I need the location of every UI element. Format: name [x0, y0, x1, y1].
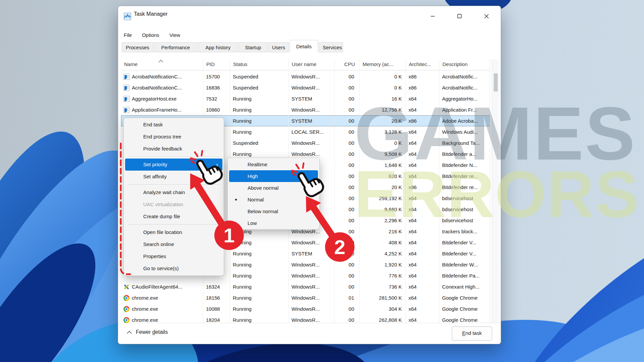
menu-options[interactable]: Options	[142, 32, 159, 38]
table-row[interactable]: chrome.exe10088RunningWindowsR...00304 K…	[121, 303, 490, 314]
cell-text: 4,252 K	[384, 251, 402, 256]
menu-item-set-affinity[interactable]: Set affinity	[124, 171, 224, 183]
radio-bullet-icon: ●	[235, 194, 237, 205]
tab-processes[interactable]: Processes	[122, 42, 153, 52]
cell-text: WindowsR...	[291, 262, 320, 267]
close-button[interactable]	[479, 9, 494, 23]
menu-item-open-file-location[interactable]: Open file location	[124, 226, 224, 238]
menu-item-provide-feedback[interactable]: Provide feedback	[124, 143, 224, 155]
tools-icon	[123, 284, 129, 290]
cell-text: LOCAL SER...	[291, 129, 324, 135]
table-row[interactable]: AcrobatNotificationC...16836SuspendedWin…	[121, 82, 490, 93]
cell-text: Running	[233, 107, 252, 113]
minimize-button[interactable]	[425, 9, 440, 23]
cell-text: AggregatorHost.exe	[132, 96, 176, 102]
cell-text: x64	[409, 140, 417, 146]
tab-details[interactable]: Details	[290, 40, 318, 52]
cell-text: x64	[409, 284, 417, 290]
table-row[interactable]: ApplicationFrameHo...10860RunningWindows…	[121, 104, 490, 115]
menu-item-above-normal[interactable]: Above normal	[228, 182, 319, 194]
cell-text: Bitdefender V...	[442, 251, 476, 256]
cell-text: Bitdefender re...	[442, 184, 478, 190]
cell-text: x64	[409, 96, 417, 102]
tab-services[interactable]: Services	[319, 42, 343, 52]
table-row[interactable]: chrome.exe18156RunningWindowsR...01281,5…	[121, 292, 490, 303]
menu-item-realtime[interactable]: Realtime	[228, 159, 319, 170]
column-header-status[interactable]: Status	[230, 59, 289, 70]
cell-text: AcrobatNotific...	[442, 85, 478, 90]
menu-item-end-task[interactable]: End task	[124, 119, 224, 131]
menu-item-label: Below normal	[248, 208, 278, 214]
menu-item-analyze-wait-chain[interactable]: Analyze wait chain	[124, 186, 224, 198]
cell-text: Bitdefender W...	[442, 262, 478, 267]
menu-item-label: End process tree	[143, 134, 181, 139]
column-header-description[interactable]: Description	[439, 59, 490, 70]
fewer-details-toggle[interactable]: Fewer details	[127, 329, 168, 335]
cell-text: WindowsR...	[291, 317, 320, 323]
menu-item-label: Provide feedback	[143, 146, 182, 152]
cell-text: 10860	[206, 107, 220, 113]
chrome-icon	[123, 295, 129, 301]
tab-performance[interactable]: Performance	[154, 42, 197, 52]
table-right-border	[490, 59, 490, 323]
cell-text: Bitdefender re...	[442, 173, 478, 179]
cell-text: 3,128 K	[384, 129, 402, 135]
table-row[interactable]: AggregatorHost.exe7532RunningSYSTEM0016 …	[121, 93, 490, 104]
menu-item-create-dump-file[interactable]: Create dump file	[124, 210, 224, 223]
cell-text: 1,920 K	[384, 262, 402, 267]
tab-users[interactable]: Users	[268, 42, 289, 52]
cell-text: 00	[348, 262, 354, 267]
cell-text: SYSTEM	[291, 251, 312, 256]
menu-view[interactable]: View	[169, 32, 180, 38]
maximize-button[interactable]	[452, 9, 467, 23]
cell-text: x64	[409, 162, 417, 168]
cell-text: 1,648 K	[384, 162, 402, 168]
menu-item-below-normal[interactable]: Below normal	[228, 205, 319, 217]
menu-item-go-to-service-s[interactable]: Go to service(s)	[124, 262, 224, 275]
app-icon	[123, 85, 129, 91]
menu-item-low[interactable]: Low	[228, 217, 319, 229]
menu-item-search-online[interactable]: Search online	[124, 238, 224, 250]
cell-text: 00	[348, 195, 354, 201]
cell-text: 00	[348, 162, 354, 168]
column-separator	[406, 59, 406, 323]
column-header-memory-ac[interactable]: Memory (ac...	[360, 59, 406, 70]
menu-file[interactable]: File	[124, 32, 132, 38]
table-row[interactable]: AcrobatNotificationC...15700SuspendedWin…	[121, 71, 490, 82]
menu-item-end-process-tree[interactable]: End process tree	[124, 131, 224, 143]
table-row[interactable]: chrome.exe18204RunningWindowsR...00262,8…	[121, 314, 490, 323]
cell-text: x86	[409, 118, 417, 124]
cell-text: Running	[233, 262, 252, 267]
cell-text: WindowsR...	[291, 284, 320, 290]
menu-item-label: Search online	[143, 241, 174, 247]
scrollbar-thumb[interactable]	[494, 73, 498, 92]
cell-text: WindowsR...	[291, 240, 320, 245]
app-icon	[123, 107, 129, 113]
cell-text: AggregatorHo...	[442, 96, 478, 102]
title-bar[interactable]: Task Manager	[118, 6, 501, 25]
app-icon	[123, 74, 129, 80]
menu-item-set-priority[interactable]: Set priority›	[125, 159, 222, 171]
tab-app-history[interactable]: App history	[198, 42, 238, 52]
cell-text: 12,756 K	[382, 107, 402, 113]
vertical-scrollbar[interactable]	[492, 59, 499, 323]
end-task-button[interactable]: End task	[452, 326, 492, 341]
cell-text: 00	[348, 273, 354, 279]
tab-startup[interactable]: Startup	[239, 42, 267, 52]
menu-item-label: Set affinity	[143, 174, 167, 179]
menu-item-properties[interactable]: Properties	[124, 250, 224, 262]
column-header-architec[interactable]: Architec...	[406, 59, 439, 70]
task-manager-icon	[124, 13, 131, 20]
cell-text: Running	[233, 251, 252, 256]
menu-item-normal[interactable]: ●Normal	[228, 194, 319, 205]
cell-text: AcrobatNotificationC...	[132, 85, 182, 90]
column-header-user-name[interactable]: User name	[289, 59, 335, 70]
cell-text: 9,508 K	[384, 151, 402, 157]
cell-text: Adobe Acroba...	[442, 118, 478, 124]
menu-item-high[interactable]: High	[229, 170, 318, 182]
cell-text: WindowsR...	[291, 140, 320, 146]
column-header-pid[interactable]: PID	[203, 59, 230, 70]
table-row[interactable]: CAudioFilterAgent64...16324RunningWindow…	[121, 281, 490, 292]
cell-text: x64	[409, 317, 417, 323]
column-header-cpu[interactable]: CPU	[335, 59, 360, 70]
